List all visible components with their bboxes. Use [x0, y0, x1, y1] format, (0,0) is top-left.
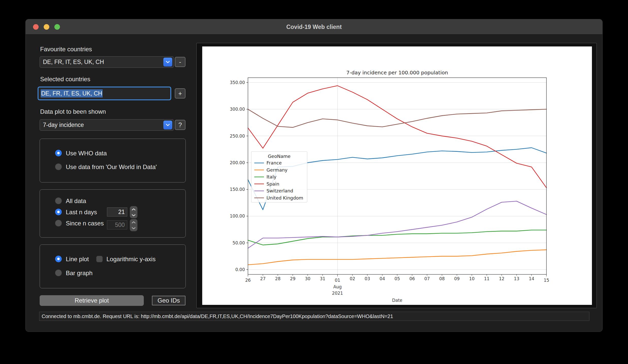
remove-favourite-button[interactable]: -	[175, 57, 185, 67]
chevron-down-icon	[166, 61, 170, 63]
stepper-up-button[interactable]	[130, 206, 137, 212]
since-n-cases-spinbox[interactable]: 500	[107, 220, 127, 229]
series-line-united-kingdom	[248, 109, 546, 127]
x-tick-label: 08	[439, 276, 445, 281]
chart-figure: 7-day incidence per 100.000 population0.…	[202, 46, 592, 305]
x-tick-label: 06	[409, 276, 415, 281]
chart-panel: 7-day incidence per 100.000 population0.…	[196, 43, 597, 308]
geo-ids-button[interactable]: Geo IDs	[152, 296, 185, 305]
help-button[interactable]: ?	[175, 120, 185, 130]
x-tick-label: 01	[335, 278, 340, 283]
since-n-cases-label: Since n cases	[66, 220, 104, 227]
legend-label-spain: Spain	[266, 181, 279, 187]
bar-graph-radio[interactable]	[55, 270, 62, 276]
use-who-data-label: Use WHO data	[66, 150, 107, 157]
x-month-label: Aug	[333, 284, 342, 289]
legend-label-united-kingdom: United Kingdom	[266, 195, 303, 201]
all-data-label: All data	[66, 197, 86, 205]
x-tick-label: 09	[454, 276, 460, 281]
x-tick-label: 11	[484, 276, 490, 281]
favourite-countries-label: Favourite countries	[40, 46, 92, 53]
chevron-down-icon	[132, 214, 136, 217]
stepper-down-button[interactable]	[130, 225, 137, 231]
use-owid-data-radio[interactable]	[55, 163, 62, 170]
y-tick-label: 200.00	[230, 160, 245, 165]
plot-type-groupbox	[40, 244, 186, 288]
logarithmic-y-axis-label: Logarithmic y-axis	[106, 256, 155, 263]
data-plot-label: Data plot to been shown	[40, 108, 106, 115]
x-tick-label: 13	[514, 276, 520, 281]
last-n-days-radio[interactable]	[55, 209, 62, 215]
since-n-cases-stepper[interactable]	[130, 219, 137, 231]
x-tick-label: 03	[365, 276, 370, 281]
x-tick-label: 28	[275, 276, 281, 281]
y-tick-label: 250.00	[230, 134, 245, 139]
use-owid-data-label: Use data from 'Our World in Data'	[66, 163, 157, 171]
x-tick-label: 30	[305, 276, 310, 281]
x-year-label: 2021	[332, 291, 343, 296]
x-tick-label: 04	[380, 276, 385, 281]
stepper-up-button[interactable]	[130, 219, 137, 225]
y-tick-label: 100.00	[230, 213, 245, 219]
y-tick-label: 350.00	[230, 80, 245, 85]
x-tick-label: 15	[544, 278, 549, 283]
x-tick-label: 14	[529, 276, 534, 281]
y-tick-label: 0.00	[235, 267, 245, 272]
favourite-countries-value: DE, FR, IT, ES, UK, CH	[43, 59, 104, 65]
last-n-days-label: Last n days	[66, 209, 97, 216]
logarithmic-y-axis-checkbox[interactable]	[96, 256, 103, 262]
legend-label-germany: Germany	[266, 167, 288, 173]
selected-countries-value: DE, FR, IT, ES, UK, CH	[41, 89, 103, 97]
line-plot-label: Line plot	[66, 256, 89, 263]
legend-label-switzerland: Switzerland	[266, 188, 293, 193]
app-window: Covid-19 Web client Favourite countries …	[25, 19, 603, 332]
x-tick-label: 10	[469, 276, 475, 281]
all-data-radio[interactable]	[55, 197, 62, 204]
x-tick-label: 07	[424, 276, 430, 281]
last-n-days-spinbox[interactable]: 21	[107, 207, 127, 217]
bar-graph-label: Bar graph	[66, 270, 92, 277]
use-who-data-radio[interactable]	[55, 150, 62, 156]
last-n-days-stepper[interactable]	[130, 206, 137, 218]
x-tick-label: 29	[290, 276, 295, 281]
incidence-line-chart[interactable]: 7-day incidence per 100.000 population0.…	[202, 46, 592, 305]
data-plot-value: 7-day incidence	[43, 122, 84, 128]
x-tick-label: 12	[499, 276, 505, 281]
line-plot-radio[interactable]	[55, 256, 62, 262]
y-tick-label: 50.00	[232, 240, 245, 245]
combobox-dropdown-button[interactable]	[163, 121, 172, 129]
titlebar[interactable]: Covid-19 Web client	[26, 19, 602, 35]
legend-title: GeoName	[268, 154, 290, 159]
stepper-down-button[interactable]	[130, 212, 137, 218]
x-tick-label: 05	[395, 276, 400, 281]
chevron-down-icon	[166, 124, 170, 126]
series-line-germany	[248, 250, 546, 265]
legend-label-france: France	[266, 160, 282, 166]
add-selected-button[interactable]: +	[175, 88, 185, 98]
legend-label-italy: Italy	[266, 174, 276, 179]
x-tick-label: 31	[320, 276, 325, 281]
chevron-up-icon	[132, 208, 136, 211]
chevron-down-icon	[132, 227, 136, 229]
data-source-groupbox	[40, 139, 186, 183]
y-tick-label: 150.00	[230, 187, 245, 192]
window-title: Covid-19 Web client	[26, 19, 602, 35]
selected-countries-input[interactable]: DE, FR, IT, ES, UK, CH	[38, 87, 170, 100]
since-n-cases-radio[interactable]	[55, 220, 62, 226]
y-tick-label: 300.00	[230, 107, 245, 112]
x-tick-label: 26	[245, 278, 251, 283]
x-axis-title: Date	[392, 298, 402, 303]
data-plot-combobox[interactable]: 7-day incidence	[40, 119, 174, 131]
chart-title: 7-day incidence per 100.000 population	[346, 70, 448, 76]
status-bar: Connected to mb.cmbt.de. Request URL is:…	[39, 312, 589, 321]
x-tick-label: 27	[260, 276, 266, 281]
chevron-up-icon	[132, 221, 136, 224]
combobox-dropdown-button[interactable]	[163, 58, 172, 67]
x-tick-label: 02	[350, 276, 355, 281]
retrieve-plot-button[interactable]: Retrieve plot	[40, 295, 144, 306]
selected-countries-label: Selected countries	[40, 76, 90, 83]
favourite-countries-combobox[interactable]: DE, FR, IT, ES, UK, CH	[40, 56, 174, 68]
